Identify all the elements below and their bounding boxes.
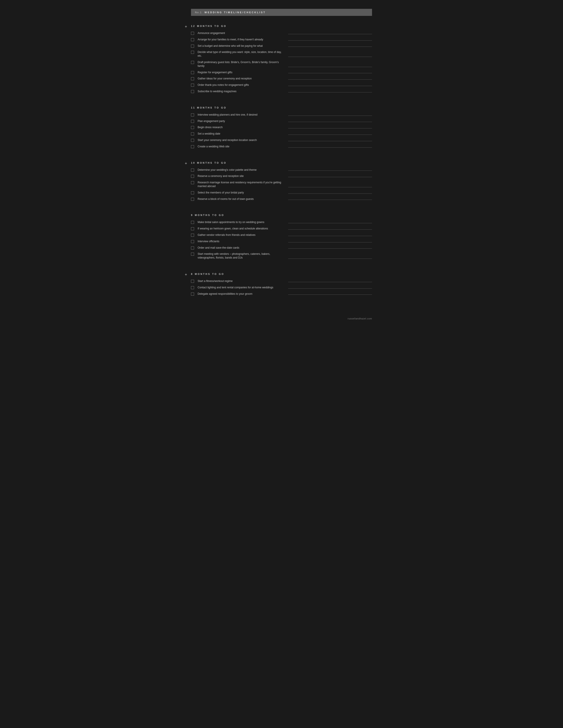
checkbox[interactable]	[191, 145, 194, 148]
checklist-item: Delegate agreed responsibilities to your…	[191, 291, 372, 297]
checkbox[interactable]	[191, 90, 194, 93]
item-line	[288, 73, 372, 73]
item-line	[288, 57, 372, 57]
checkbox[interactable]	[191, 221, 194, 224]
item-text: Decide what type of wedding you want: st…	[197, 50, 286, 58]
item-line	[288, 34, 372, 34]
item-line	[288, 248, 372, 249]
header-no: No.1	[195, 11, 202, 14]
checklist-item: Order thank-you notes for engagement gif…	[191, 82, 372, 88]
item-text: Gather vendor referrals from friends and…	[197, 233, 286, 237]
section-title-12-months: 12 MONTHS TO GO	[191, 25, 372, 27]
item-text: Start your ceremony and reception locati…	[197, 138, 286, 142]
checkbox[interactable]	[191, 227, 194, 230]
section-12-months: +12 MONTHS TO GOAnnounce engagementArran…	[191, 25, 372, 94]
item-text: Order and mail save-the-date cards	[197, 246, 286, 250]
section-title-11-months: 11 MONTHS TO GO	[191, 106, 372, 109]
checklist-11-months: Interview wedding planners and hire one,…	[191, 112, 372, 149]
item-text: Delegate agreed responsibilities to your…	[197, 292, 286, 296]
item-line	[288, 187, 372, 187]
item-line	[288, 79, 372, 80]
checkbox[interactable]	[191, 32, 194, 35]
item-line	[288, 122, 372, 122]
plus-icon[interactable]: +	[185, 273, 187, 277]
plus-icon[interactable]: +	[185, 161, 187, 165]
checkbox[interactable]	[191, 198, 194, 201]
checklist-9-months: Make bridal salon appointments to try on…	[191, 220, 372, 261]
checklist-item: Set a wedding date	[191, 131, 372, 137]
section-title-9-months: 9 MONTHS TO GO	[191, 214, 372, 216]
item-text: Register for engagement gifts	[197, 71, 286, 74]
checkbox[interactable]	[191, 77, 194, 80]
checkbox[interactable]	[191, 240, 194, 243]
checklist-item: Draft preliminary guest lists: Bride's, …	[191, 60, 372, 69]
checkbox[interactable]	[191, 234, 194, 237]
checkbox[interactable]	[191, 175, 194, 178]
checkbox[interactable]	[191, 38, 194, 41]
item-text: Draft preliminary guest lists: Bride's, …	[197, 60, 286, 68]
checkbox[interactable]	[191, 286, 194, 289]
item-text: Begin dress research	[197, 126, 286, 129]
checklist-item: Order and mail save-the-date cards	[191, 245, 372, 251]
checklist-item: Plan engagement party	[191, 118, 372, 124]
checklist-item: Gather vendor referrals from friends and…	[191, 232, 372, 238]
item-line	[288, 223, 372, 223]
checklist-item: If wearing an heirloom gown, clean and s…	[191, 226, 372, 231]
section-10-months: +10 MONTHS TO GODetermine your wedding's…	[191, 161, 372, 202]
item-text: Subscribe to wedding magazines	[197, 90, 286, 93]
checklist-10-months: Determine your wedding's color palette a…	[191, 167, 372, 202]
checklist-item: Reserve a ceremony and reception site	[191, 173, 372, 179]
checklist-8-months: Start a fitness/workout regimeContact li…	[191, 278, 372, 296]
checkbox[interactable]	[191, 45, 194, 48]
item-text: If wearing an heirloom gown, clean and s…	[197, 227, 286, 231]
checkbox[interactable]	[191, 51, 194, 54]
plus-icon[interactable]: +	[185, 25, 187, 29]
checklist-item: Start a fitness/workout regime	[191, 278, 372, 284]
section-9-months: 9 MONTHS TO GOMake bridal salon appointm…	[191, 214, 372, 261]
item-line	[288, 236, 372, 236]
checklist-item: Gather ideas for your ceremony and recep…	[191, 76, 372, 81]
item-line	[288, 86, 372, 86]
checklist-item: Set a budget and determine who will be p…	[191, 43, 372, 49]
section-title-10-months: 10 MONTHS TO GO	[191, 161, 372, 164]
checkbox[interactable]	[191, 191, 194, 194]
checkbox[interactable]	[191, 246, 194, 250]
checkbox[interactable]	[191, 132, 194, 135]
checklist-item: Research marriage license and residency …	[191, 180, 372, 189]
checkbox[interactable]	[191, 113, 194, 116]
item-text: Research marriage license and residency …	[197, 181, 286, 188]
checklist-item: Create a wedding Web site	[191, 144, 372, 149]
checkbox[interactable]	[191, 181, 194, 184]
checklist-item: Reserve a block of rooms for out of town…	[191, 196, 372, 202]
checkbox[interactable]	[191, 139, 194, 142]
checklist-12-months: Announce engagementArrange for your fami…	[191, 30, 372, 94]
item-line	[288, 229, 372, 230]
item-text: Select the members of your bridal party	[197, 191, 286, 195]
item-text: Create a wedding Web site	[197, 145, 286, 148]
footer-url: russellandhazel.com	[348, 317, 372, 320]
checklist-item: Start meeting with vendors – photographe…	[191, 251, 372, 261]
checkbox[interactable]	[191, 71, 194, 74]
checklist-item: Select the members of your bridal party	[191, 190, 372, 195]
item-text: Contact lighting and tent rental compani…	[197, 286, 286, 289]
checkbox[interactable]	[191, 253, 194, 256]
item-text: Plan engagement party	[197, 119, 286, 123]
checkbox[interactable]	[191, 84, 194, 87]
checklist-item: Determine your wedding's color palette a…	[191, 167, 372, 173]
checkbox[interactable]	[191, 280, 194, 283]
item-text: Make bridal salon appointments to try on…	[197, 220, 286, 224]
checkbox[interactable]	[191, 61, 194, 64]
checklist-item: Decide what type of wedding you want: st…	[191, 49, 372, 59]
checklist-item: Register for engagement gifts	[191, 70, 372, 75]
checkbox[interactable]	[191, 120, 194, 123]
item-line	[288, 40, 372, 41]
checkbox[interactable]	[191, 126, 194, 129]
checklist-item: Interview wedding planners and hire one,…	[191, 112, 372, 118]
checkbox[interactable]	[191, 169, 194, 172]
checklist-item: Subscribe to wedding magazines	[191, 89, 372, 94]
header-title: WEDDING TIMELINE/CHECKLIST	[204, 11, 266, 14]
item-text: Order thank-you notes for engagement gif…	[197, 83, 286, 87]
checklist-item: Make bridal salon appointments to try on…	[191, 220, 372, 225]
checkbox[interactable]	[191, 293, 194, 296]
item-text: Set a budget and determine who will be p…	[197, 44, 286, 48]
